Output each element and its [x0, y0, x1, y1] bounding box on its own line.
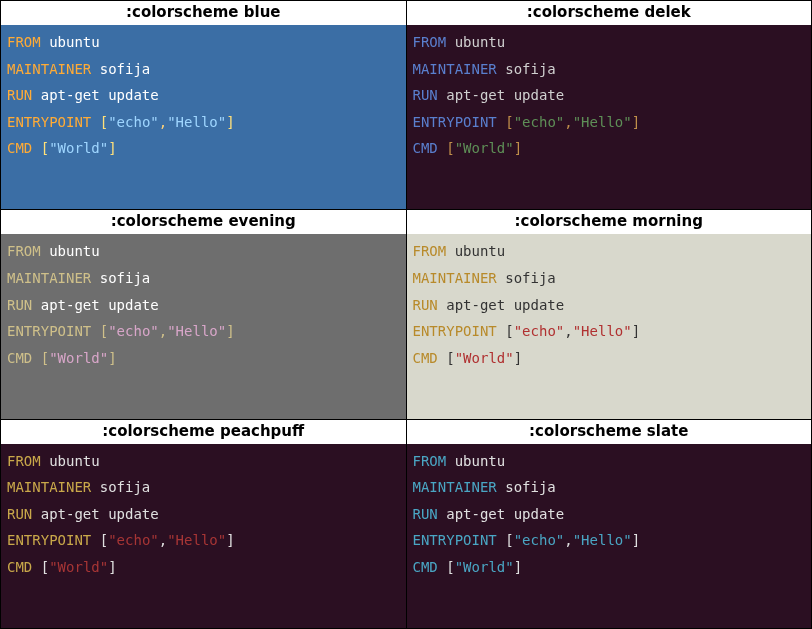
code-line: RUN apt-get update — [7, 82, 400, 109]
scheme-panel-peachpuff: :colorscheme peachpuff FROM ubuntuMAINTA… — [1, 420, 406, 628]
token-str: "echo" — [514, 114, 565, 130]
code-line: CMD ["World"] — [7, 554, 400, 581]
token-br: [ — [100, 114, 108, 130]
scheme-panel-delek: :colorscheme delek FROM ubuntuMAINTAINER… — [407, 1, 812, 209]
token-br: ] — [632, 323, 640, 339]
token-pun — [438, 350, 446, 366]
code-line: RUN apt-get update — [413, 501, 806, 528]
token-id: sofija — [497, 270, 556, 286]
token-br: [ — [446, 559, 454, 575]
code-block: FROM ubuntuMAINTAINER sofijaRUN apt-get … — [1, 234, 406, 418]
code-line: CMD ["World"] — [413, 554, 806, 581]
scheme-title: :colorscheme slate — [407, 420, 812, 444]
token-br: [ — [505, 323, 513, 339]
token-id: ubuntu — [446, 453, 505, 469]
token-keyword: ENTRYPOINT — [7, 114, 91, 130]
code-line: ENTRYPOINT ["echo","Hello"] — [7, 109, 400, 136]
token-br: [ — [100, 323, 108, 339]
token-str: "World" — [49, 140, 108, 156]
token-id: sofija — [91, 61, 150, 77]
scheme-title: :colorscheme peachpuff — [1, 420, 406, 444]
scheme-title: :colorscheme blue — [1, 1, 406, 25]
token-keyword: CMD — [7, 350, 32, 366]
token-id: ubuntu — [41, 34, 100, 50]
token-br: [ — [41, 350, 49, 366]
code-line: RUN apt-get update — [413, 82, 806, 109]
token-br: ] — [226, 532, 234, 548]
token-keyword: MAINTAINER — [7, 61, 91, 77]
token-br: ] — [514, 140, 522, 156]
token-pun — [91, 114, 99, 130]
code-line: FROM ubuntu — [413, 238, 806, 265]
code-line: ENTRYPOINT ["echo","Hello"] — [413, 318, 806, 345]
token-id: apt-get update — [32, 87, 158, 103]
code-line: RUN apt-get update — [7, 501, 400, 528]
code-line: CMD ["World"] — [413, 135, 806, 162]
scheme-panel-evening: :colorscheme evening FROM ubuntuMAINTAIN… — [1, 210, 406, 418]
code-line: ENTRYPOINT ["echo","Hello"] — [413, 109, 806, 136]
token-id: apt-get update — [438, 297, 564, 313]
token-keyword: FROM — [413, 34, 447, 50]
token-str: "echo" — [108, 114, 159, 130]
token-br: ] — [108, 559, 116, 575]
code-line: ENTRYPOINT ["echo","Hello"] — [7, 527, 400, 554]
code-block: FROM ubuntuMAINTAINER sofijaRUN apt-get … — [407, 25, 812, 209]
code-line: RUN apt-get update — [413, 292, 806, 319]
code-block: FROM ubuntuMAINTAINER sofijaRUN apt-get … — [407, 444, 812, 628]
code-line: MAINTAINER sofija — [413, 474, 806, 501]
token-br: ] — [514, 350, 522, 366]
token-str: "echo" — [108, 532, 159, 548]
token-id: ubuntu — [41, 453, 100, 469]
scheme-panel-slate: :colorscheme slate FROM ubuntuMAINTAINER… — [407, 420, 812, 628]
token-str: "echo" — [514, 323, 565, 339]
token-id: sofija — [91, 479, 150, 495]
token-keyword: RUN — [413, 87, 438, 103]
scheme-title: :colorscheme evening — [1, 210, 406, 234]
scheme-panel-morning: :colorscheme morning FROM ubuntuMAINTAIN… — [407, 210, 812, 418]
token-pun — [32, 350, 40, 366]
token-str: "Hello" — [573, 323, 632, 339]
code-line: FROM ubuntu — [413, 29, 806, 56]
token-str: "World" — [49, 559, 108, 575]
token-br: ] — [632, 114, 640, 130]
token-str: "echo" — [514, 532, 565, 548]
token-pun — [91, 532, 99, 548]
code-line: ENTRYPOINT ["echo","Hello"] — [413, 527, 806, 554]
token-br: ] — [108, 140, 116, 156]
token-str: "World" — [455, 350, 514, 366]
token-br: ] — [632, 532, 640, 548]
token-keyword: MAINTAINER — [413, 479, 497, 495]
token-keyword: MAINTAINER — [7, 270, 91, 286]
token-str: "echo" — [108, 323, 159, 339]
code-line: CMD ["World"] — [7, 345, 400, 372]
token-br: [ — [505, 532, 513, 548]
code-line: CMD ["World"] — [7, 135, 400, 162]
token-keyword: FROM — [7, 34, 41, 50]
token-pun — [438, 559, 446, 575]
code-line: MAINTAINER sofija — [413, 56, 806, 83]
token-keyword: RUN — [413, 297, 438, 313]
token-id: sofija — [497, 61, 556, 77]
token-keyword: RUN — [7, 87, 32, 103]
token-br: ] — [226, 114, 234, 130]
token-str: "Hello" — [167, 532, 226, 548]
token-pun: , — [159, 114, 167, 130]
token-str: "World" — [455, 140, 514, 156]
token-pun — [32, 140, 40, 156]
token-br: ] — [108, 350, 116, 366]
token-str: "Hello" — [167, 323, 226, 339]
token-pun: , — [564, 323, 572, 339]
token-pun: , — [159, 323, 167, 339]
token-keyword: CMD — [413, 140, 438, 156]
token-keyword: ENTRYPOINT — [7, 532, 91, 548]
token-id: apt-get update — [438, 87, 564, 103]
token-br: [ — [41, 140, 49, 156]
token-keyword: ENTRYPOINT — [413, 114, 497, 130]
token-br: [ — [446, 350, 454, 366]
token-pun — [497, 532, 505, 548]
scheme-title: :colorscheme delek — [407, 1, 812, 25]
token-pun: , — [159, 532, 167, 548]
token-str: "Hello" — [573, 532, 632, 548]
token-keyword: MAINTAINER — [413, 270, 497, 286]
scheme-title: :colorscheme morning — [407, 210, 812, 234]
